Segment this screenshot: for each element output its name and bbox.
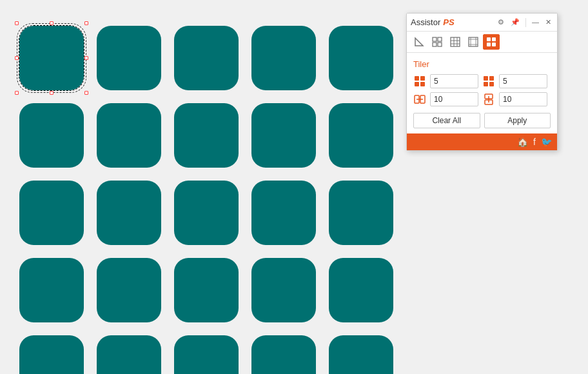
distribute-icon [432,37,442,47]
minimize-button[interactable]: — [530,18,541,26]
panel-toolbar [407,32,557,53]
hspacing-icon [413,93,426,106]
svg-rect-16 [487,43,491,46]
list-item[interactable] [251,26,316,90]
vspacing-icon [482,93,495,106]
list-item[interactable] [329,103,393,168]
svg-rect-25 [489,82,494,86]
panel-title-ps: PS [443,17,454,27]
svg-rect-14 [487,37,491,41]
svg-rect-3 [438,43,442,46]
list-item[interactable] [251,258,316,322]
cols-icon [482,75,495,88]
handle-br[interactable] [84,91,88,95]
angle-icon [414,37,424,47]
hspacing-input[interactable] [430,92,478,106]
svg-rect-19 [420,76,425,81]
list-item[interactable] [174,335,239,374]
list-item[interactable] [97,26,161,90]
svg-rect-4 [451,37,460,46]
list-item[interactable] [251,335,316,374]
list-item[interactable] [329,258,393,322]
handle-tl[interactable] [15,21,19,25]
rows-input[interactable] [430,74,478,88]
list-item[interactable] [174,181,239,245]
panel: Assistor PS ⚙ 📌 — ✕ [406,13,558,151]
frame-button[interactable] [465,34,482,50]
apply-button[interactable]: Apply [484,113,551,128]
handle-ml[interactable] [15,56,19,60]
list-item[interactable] [174,258,239,322]
panel-titlebar: Assistor PS ⚙ 📌 — ✕ [407,14,557,32]
close-button[interactable]: ✕ [544,18,553,26]
svg-rect-22 [484,76,488,81]
tiler-icon [486,37,496,47]
input-row-2 [413,92,551,106]
panel-title: Assistor PS [411,17,455,27]
svg-rect-9 [469,37,478,46]
handle-tr[interactable] [84,21,88,25]
button-row: Clear All Apply [413,113,551,128]
list-item[interactable] [97,335,161,374]
list-item[interactable] [97,181,161,245]
rows-icon [413,75,426,88]
list-item[interactable] [97,103,161,168]
list-item[interactable] [329,181,393,245]
list-item[interactable] [97,258,161,322]
list-item[interactable] [251,181,316,245]
list-item[interactable] [329,335,393,374]
table-button[interactable] [447,34,464,50]
shape-selected[interactable] [19,26,84,90]
svg-rect-17 [492,43,496,46]
twitter-icon[interactable]: 🐦 [541,137,552,147]
cols-input[interactable] [499,74,547,88]
svg-rect-15 [492,37,496,41]
list-item[interactable] [174,26,239,90]
pin-button[interactable]: 📌 [509,18,522,26]
frame-icon [468,37,478,47]
svg-rect-0 [433,37,436,41]
home-icon[interactable]: 🏠 [517,137,528,147]
list-item[interactable] [19,103,84,168]
svg-rect-18 [415,76,419,81]
svg-rect-21 [420,82,425,86]
svg-rect-23 [489,76,494,81]
svg-rect-20 [415,82,419,86]
list-item[interactable] [251,103,316,168]
handle-bl[interactable] [15,91,19,95]
input-row-1 [413,74,551,88]
panel-title-text: Assistor [411,17,440,27]
canvas-area [0,0,400,374]
settings-button[interactable]: ⚙ [496,18,506,26]
list-item[interactable] [329,26,393,90]
vspacing-input[interactable] [499,92,547,106]
svg-rect-1 [438,37,442,41]
panel-content: Tiler [407,53,557,133]
table-icon [450,37,460,47]
handle-bm[interactable] [50,91,54,95]
facebook-icon[interactable]: f [533,137,536,147]
list-item[interactable] [19,258,84,322]
list-item[interactable] [19,335,84,374]
list-item[interactable] [19,181,84,245]
tiler-button[interactable] [483,34,500,50]
list-item[interactable] [174,103,239,168]
panel-title-controls: ⚙ 📌 — ✕ [496,18,553,27]
handle-tm[interactable] [50,21,54,25]
clear-all-button[interactable]: Clear All [413,113,480,128]
section-title: Tiler [413,59,551,69]
angle-tool-button[interactable] [411,34,427,50]
panel-footer: 🏠 f 🐦 [407,133,557,150]
svg-rect-2 [433,43,436,46]
handle-mr[interactable] [84,56,88,60]
svg-rect-24 [484,82,488,86]
separator [525,18,526,27]
distribute-button[interactable] [429,34,446,50]
